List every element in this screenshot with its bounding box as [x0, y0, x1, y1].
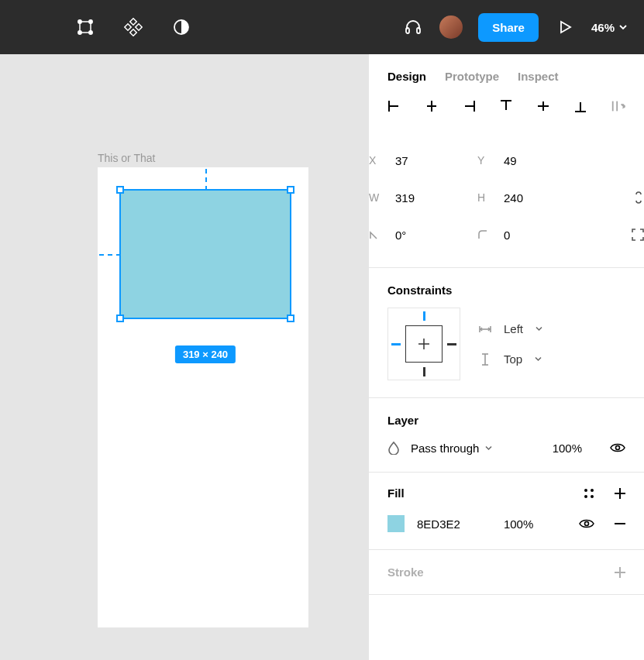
fill-color-swatch[interactable]: [387, 515, 405, 532]
radius-input[interactable]: 0: [504, 229, 510, 242]
selected-rectangle[interactable]: 319 × 240: [119, 189, 291, 319]
layer-opacity-input[interactable]: 100%: [553, 442, 582, 455]
align-top-icon[interactable]: [499, 98, 513, 114]
h-input[interactable]: 240: [504, 191, 523, 205]
align-vcenter-icon[interactable]: [536, 98, 550, 114]
stroke-title: Stroke: [387, 565, 424, 579]
zoom-control[interactable]: 46%: [591, 21, 627, 34]
constraint-vertical-value: Top: [504, 352, 522, 366]
align-hcenter-icon[interactable]: [425, 98, 439, 114]
tidy-up-icon: [611, 98, 626, 114]
frame-label[interactable]: This or That: [98, 152, 155, 164]
svg-marker-12: [561, 22, 570, 33]
add-fill-icon[interactable]: [615, 488, 625, 499]
vertical-icon: [479, 353, 491, 366]
zoom-value: 46%: [591, 21, 615, 34]
layer-title: Layer: [387, 398, 625, 438]
rotation-icon: [369, 229, 381, 240]
present-icon[interactable]: [554, 16, 576, 38]
x-label: X: [369, 154, 381, 167]
audio-icon[interactable]: [402, 16, 424, 38]
remove-fill-icon[interactable]: [615, 518, 625, 529]
independent-corners-icon[interactable]: [632, 229, 644, 241]
constraint-vertical-dropdown[interactable]: Top: [479, 352, 542, 366]
fill-visibility-icon[interactable]: [579, 518, 594, 529]
dimension-badge: 319 × 240: [175, 345, 236, 363]
constraint-horizontal-value: Left: [504, 322, 523, 335]
svg-point-41: [591, 495, 594, 498]
svg-point-4: [89, 31, 92, 34]
radius-icon: [477, 229, 490, 240]
fill-hex-input[interactable]: 8ED3E2: [417, 517, 460, 531]
svg-point-2: [89, 20, 92, 23]
guide-vertical: [205, 169, 207, 191]
fill-title: Fill: [387, 486, 405, 500]
tab-design[interactable]: Design: [387, 70, 426, 83]
resize-handle-tr[interactable]: [287, 186, 294, 194]
svg-point-3: [78, 31, 81, 34]
horizontal-icon: [479, 325, 491, 333]
svg-point-39: [591, 489, 594, 492]
align-bottom-icon[interactable]: [573, 98, 587, 114]
frame[interactable]: 319 × 240: [98, 167, 308, 627]
mask-icon[interactable]: [170, 16, 192, 38]
guide-horizontal: [99, 254, 121, 256]
blend-mode-icon: [387, 441, 400, 455]
resize-handle-br[interactable]: [287, 315, 294, 322]
share-button[interactable]: Share: [478, 13, 539, 42]
chevron-down-icon: [619, 23, 627, 31]
avatar[interactable]: [439, 15, 463, 39]
h-label: H: [477, 191, 490, 204]
resize-handle-tl[interactable]: [116, 186, 124, 194]
fill-styles-icon[interactable]: [584, 488, 594, 499]
properties-panel: Design Prototype Inspect X37 Y49 W319 H2…: [368, 54, 644, 660]
components-icon[interactable]: [122, 16, 144, 38]
svg-rect-11: [417, 28, 420, 33]
fill-opacity-input[interactable]: 100%: [504, 517, 533, 531]
align-left-icon[interactable]: [387, 98, 401, 114]
constraints-title: Constraints: [387, 268, 625, 308]
resize-handle-bl[interactable]: [116, 315, 124, 322]
constraint-horizontal-dropdown[interactable]: Left: [479, 322, 542, 335]
tab-inspect[interactable]: Inspect: [518, 70, 559, 83]
align-right-icon[interactable]: [462, 98, 476, 114]
svg-point-44: [585, 522, 589, 526]
rotation-input[interactable]: 0°: [395, 229, 406, 242]
w-label: W: [369, 191, 381, 204]
blend-mode-dropdown[interactable]: Pass through: [411, 442, 492, 455]
constrain-proportions-icon[interactable]: [633, 190, 644, 205]
chevron-down-icon: [485, 445, 492, 452]
svg-rect-6: [130, 29, 136, 36]
svg-point-40: [584, 495, 587, 498]
svg-rect-7: [125, 24, 131, 30]
y-label: Y: [477, 154, 490, 167]
chevron-down-icon: [536, 325, 542, 332]
tab-prototype[interactable]: Prototype: [445, 70, 499, 83]
svg-rect-8: [136, 24, 142, 30]
svg-point-37: [616, 446, 620, 450]
canvas[interactable]: This or That 319 × 240: [0, 54, 368, 660]
y-input[interactable]: 49: [504, 154, 517, 167]
x-input[interactable]: 37: [395, 154, 408, 167]
blend-mode-value: Pass through: [411, 442, 479, 455]
svg-rect-10: [406, 28, 409, 33]
svg-point-1: [78, 20, 81, 23]
svg-point-38: [584, 489, 587, 492]
w-input[interactable]: 319: [395, 191, 415, 205]
constraints-widget[interactable]: [387, 308, 460, 380]
chevron-down-icon: [535, 356, 542, 363]
edit-object-icon[interactable]: [74, 16, 96, 38]
svg-rect-0: [80, 22, 91, 33]
add-stroke-icon[interactable]: [615, 567, 625, 578]
visibility-toggle-icon[interactable]: [610, 442, 625, 453]
svg-rect-5: [130, 19, 136, 25]
